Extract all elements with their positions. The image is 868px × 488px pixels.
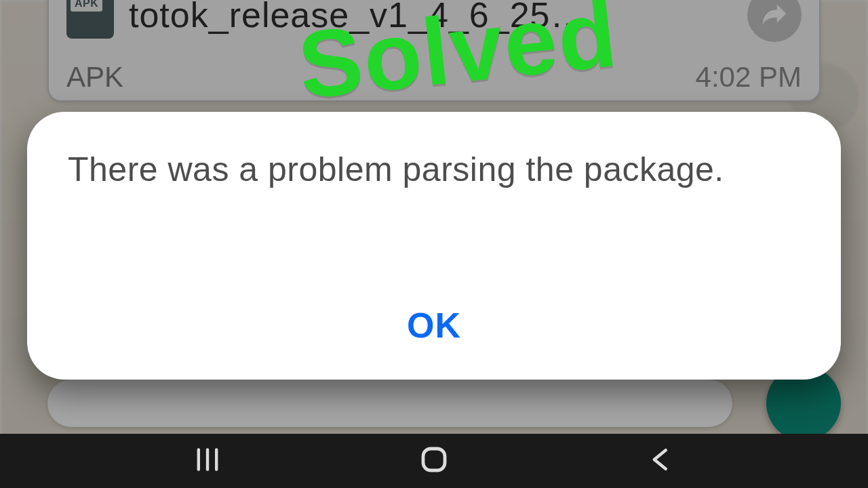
recent-apps-button[interactable] xyxy=(189,442,226,480)
back-button[interactable] xyxy=(642,442,679,480)
home-button[interactable] xyxy=(415,442,453,480)
recent-apps-icon xyxy=(193,445,222,477)
svg-rect-0 xyxy=(423,449,445,470)
home-icon xyxy=(418,443,450,479)
error-dialog: There was a problem parsing the package.… xyxy=(27,112,841,380)
error-dialog-message: There was a problem parsing the package. xyxy=(68,149,800,190)
ok-button[interactable]: OK xyxy=(387,298,481,352)
back-icon xyxy=(645,444,676,478)
system-navigation-bar xyxy=(0,434,868,488)
